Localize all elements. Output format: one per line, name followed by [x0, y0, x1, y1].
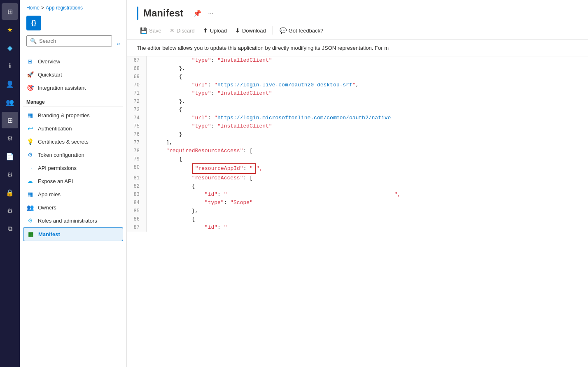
main-header: Manifest 📌 ··· 💾 Save ✕ Discard ⬆ Upload… [127, 0, 588, 40]
sidebar-item-integration[interactable]: 🎯 Integration assistant [23, 81, 123, 94]
recent-nav-icon[interactable]: ◆ [2, 39, 18, 56]
sidebar-item-label: App roles [38, 191, 61, 197]
line-number: 78 [127, 147, 147, 155]
line-content: } [147, 130, 588, 139]
sidebar-item-roles-admin[interactable]: ⚙ Roles and administrators [23, 214, 123, 227]
more-button[interactable]: ··· [206, 8, 215, 19]
integration-icon: 🎯 [26, 84, 34, 91]
line-content: "requiredResourceAccess": [ [147, 147, 588, 155]
lock-nav-icon[interactable]: 🔒 [2, 184, 18, 201]
search-icon: 🔍 [30, 38, 37, 44]
sidebar-item-label: Owners [38, 204, 56, 211]
line-content: "url": "https://login.live.com/oauth20_d… [147, 81, 588, 89]
user-nav-icon[interactable]: 👤 [2, 76, 18, 92]
code-line-87: 87 "id": " [127, 223, 588, 232]
discard-button[interactable]: ✕ Discard [166, 25, 198, 36]
doc-nav-icon[interactable]: 📄 [2, 148, 18, 165]
line-number: 69 [127, 73, 147, 81]
line-content: "type": "Scope" [147, 199, 588, 207]
line-number: 84 [127, 199, 147, 207]
line-content: "id": " [147, 223, 588, 232]
code-line-85: 85 }, [127, 207, 588, 215]
upload-button[interactable]: ⬆ Upload [200, 25, 230, 36]
pin-button[interactable]: 📌 [191, 8, 203, 19]
favorites-nav-icon[interactable]: ★ [2, 21, 18, 38]
json-key: "type" [205, 200, 224, 206]
feedback-button[interactable]: 💬 Got feedback? [276, 25, 327, 36]
json-key: "id" [205, 224, 217, 230]
json-key: "type" [192, 123, 211, 129]
grid-nav-icon[interactable]: ⊞ [2, 112, 18, 128]
home-nav-icon[interactable]: ⊞ [2, 3, 18, 20]
code-line-71: 71 "type": "InstalledClient" [127, 89, 588, 98]
sidebar-item-certificates[interactable]: 💡 Certificates & secrets [23, 135, 123, 148]
url-link[interactable]: https://login.live.com/oauth20_desktop.s… [217, 82, 352, 88]
code-line-67: 67 "type": "InstalledClient" [127, 56, 588, 65]
sidebar-item-quickstart[interactable]: 🚀 Quickstart [23, 68, 123, 81]
line-number: 76 [127, 130, 147, 139]
code-line-77: 77 ], [127, 139, 588, 147]
code-line-72: 72 }, [127, 98, 588, 106]
group-nav-icon[interactable]: 👥 [2, 94, 18, 110]
branding-icon: ▦ [26, 111, 34, 119]
page-title: Manifest [143, 7, 183, 19]
sidebar-item-label: API permissions [38, 165, 77, 171]
breadcrumb-home[interactable]: Home [26, 5, 40, 11]
line-content: "url": "https://login.microsoftonline.co… [147, 114, 588, 122]
code-line-86: 86 { [127, 215, 588, 223]
line-number: 83 [127, 190, 147, 199]
save-button[interactable]: 💾 Save [137, 25, 165, 36]
certificates-icon: 💡 [26, 138, 34, 145]
sidebar-item-manifest[interactable]: ▦ Manifest [23, 227, 123, 241]
sidebar-item-branding[interactable]: ▦ Branding & properties [23, 109, 123, 122]
manifest-icon: ▦ [27, 230, 34, 238]
info-nav-icon[interactable]: ℹ [2, 58, 18, 74]
sidebar-item-label: Token configuration [38, 152, 84, 158]
line-content: }, [147, 98, 588, 106]
breadcrumb-app-registrations[interactable]: App registrations [46, 5, 83, 11]
line-number: 70 [127, 81, 147, 89]
line-content: { [147, 182, 588, 190]
line-number: 67 [127, 56, 147, 65]
line-content: { [147, 215, 588, 223]
line-content: }, [147, 65, 588, 73]
line-number: 72 [127, 98, 147, 106]
sidebar-item-expose-api[interactable]: ☁ Expose an API [23, 174, 123, 188]
sidebar-item-owners[interactable]: 👥 Owners [23, 201, 123, 214]
line-content: "type": "InstalledClient" [147, 56, 588, 65]
search-input[interactable] [39, 38, 108, 44]
toolbar-separator [273, 26, 273, 35]
sidebar-item-label: Branding & properties [38, 112, 90, 118]
code-line-84: 84 "type": "Scope" [127, 199, 588, 207]
sidebar-item-api-permissions[interactable]: → API permissions [23, 161, 123, 174]
settings-nav-icon[interactable]: ⚙ [2, 166, 18, 183]
code-editor[interactable]: 67 "type": "InstalledClient" 68 }, 69 { … [127, 56, 588, 367]
line-content: "id": " ", [147, 190, 588, 199]
app-icon: {} [26, 16, 41, 30]
collapse-sidebar-button[interactable]: « [115, 39, 122, 48]
code-line-74: 74 "url": "https://login.microsoftonline… [127, 114, 588, 122]
code-line-70: 70 "url": "https://login.live.com/oauth2… [127, 81, 588, 89]
roles-nav-icon[interactable]: ⚙ [2, 130, 18, 146]
code-line-80: 80 "resourceAppId": "", [127, 163, 588, 174]
cog-nav-icon[interactable]: ⚙ [2, 202, 18, 219]
token-icon: ⚙ [26, 151, 34, 158]
url-link[interactable]: https://login.microsoftonline.com/common… [217, 115, 391, 121]
download-button[interactable]: ⬇ Download [232, 25, 269, 36]
save-icon: 💾 [140, 27, 147, 34]
sidebar-item-overview[interactable]: ⊞ Overview [23, 55, 123, 68]
line-content: "type": "InstalledClient" [147, 89, 588, 98]
sidebar-item-token-config[interactable]: ⚙ Token configuration [23, 148, 123, 161]
json-string: " [224, 191, 227, 197]
icon-bar: ⊞ ★ ◆ ℹ 👤 👥 ⊞ ⚙ 📄 ⚙ 🔒 ⚙ ⧉ [0, 0, 20, 367]
description-text: The editor below allows you to update th… [127, 40, 588, 56]
json-key: "id" [205, 191, 217, 197]
code-line-83: 83 "id": " ", [127, 190, 588, 199]
sidebar-item-app-roles[interactable]: ▦ App roles [23, 188, 123, 201]
json-key: "requiredResourceAccess" [166, 148, 243, 154]
copy-nav-icon[interactable]: ⧉ [2, 221, 18, 237]
sidebar-item-label: Certificates & secrets [38, 139, 89, 145]
json-string: "Scope" [230, 200, 253, 206]
search-box: 🔍 [26, 35, 112, 46]
sidebar-item-authentication[interactable]: ↩ Authentication [23, 122, 123, 135]
